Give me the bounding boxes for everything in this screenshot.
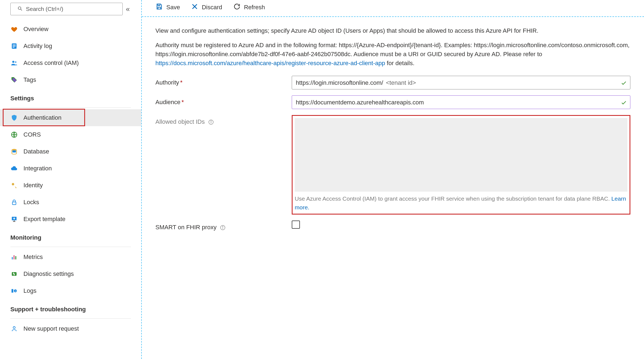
lock-icon bbox=[10, 198, 18, 206]
divider bbox=[10, 247, 131, 247]
sidebar-item-label: Database bbox=[23, 148, 49, 155]
shield-icon bbox=[10, 114, 18, 122]
valid-check-icon bbox=[621, 99, 627, 105]
sidebar-item-diagnostic[interactable]: Diagnostic settings bbox=[0, 266, 141, 282]
svg-point-0 bbox=[18, 7, 21, 9]
allowed-ids-caption: Use Azure Access Control (IAM) to grant … bbox=[295, 194, 627, 212]
save-label: Save bbox=[166, 4, 180, 11]
people-icon bbox=[10, 59, 18, 67]
sidebar-item-label: CORS bbox=[23, 131, 41, 138]
smart-fhir-row: SMART on FHIR proxy bbox=[155, 221, 630, 232]
audience-input[interactable]: https://documentdemo.azurehealthcareapis… bbox=[292, 95, 630, 109]
smart-fhir-label: SMART on FHIR proxy bbox=[155, 221, 292, 232]
sidebar-item-tags[interactable]: Tags bbox=[0, 71, 141, 88]
sidebar-item-label: Activity log bbox=[23, 43, 52, 50]
sidebar-item-label: Integration bbox=[23, 165, 52, 172]
sidebar-item-label: New support request bbox=[23, 325, 79, 332]
sidebar-item-activity-log[interactable]: Activity log bbox=[0, 38, 141, 55]
sidebar-item-label: Export template bbox=[23, 216, 65, 223]
sidebar-item-cors[interactable]: CORS bbox=[0, 126, 141, 143]
svg-point-11 bbox=[12, 183, 14, 185]
svg-rect-5 bbox=[13, 47, 15, 47]
svg-text:.il: .il bbox=[15, 290, 16, 292]
sidebar-item-logs[interactable]: .il Logs bbox=[0, 282, 141, 299]
svg-line-1 bbox=[21, 9, 22, 10]
sidebar-item-export-template[interactable]: Export template bbox=[0, 211, 141, 228]
sidebar-item-overview[interactable]: Overview bbox=[0, 21, 141, 38]
export-icon bbox=[10, 215, 18, 223]
sidebar-item-locks[interactable]: Locks bbox=[0, 194, 141, 211]
details-text: Authority must be registered to Azure AD… bbox=[155, 41, 630, 68]
refresh-button[interactable]: Refresh bbox=[233, 3, 265, 12]
svg-rect-3 bbox=[13, 45, 16, 45]
sidebar-item-metrics[interactable]: Metrics bbox=[0, 249, 141, 266]
database-icon bbox=[10, 148, 18, 155]
tag-icon bbox=[10, 76, 18, 84]
globe-arrows-icon bbox=[10, 131, 18, 138]
section-heading-settings: Settings bbox=[0, 88, 141, 104]
support-icon bbox=[10, 325, 18, 333]
sidebar-item-label: Tags bbox=[23, 76, 36, 83]
svg-point-24 bbox=[211, 121, 211, 121]
divider bbox=[10, 318, 131, 319]
sidebar-item-new-support[interactable]: New support request bbox=[0, 320, 141, 337]
allowed-ids-textarea[interactable] bbox=[295, 118, 627, 192]
main-content: Save Discard Refresh View and configure … bbox=[142, 0, 644, 359]
audience-label: Audience* bbox=[155, 95, 292, 107]
cloud-icon bbox=[10, 165, 18, 172]
authority-row: Authority* https://login.microsoftonline… bbox=[155, 76, 630, 89]
metrics-icon bbox=[10, 253, 18, 261]
authority-input[interactable]: https://login.microsoftonline.com/ <tena… bbox=[292, 76, 630, 89]
info-icon[interactable] bbox=[220, 225, 226, 231]
smart-fhir-checkbox[interactable] bbox=[292, 221, 300, 229]
svg-point-6 bbox=[12, 61, 14, 63]
diagnostic-icon bbox=[10, 270, 18, 278]
sidebar-item-access-control[interactable]: Access control (IAM) bbox=[0, 55, 141, 71]
refresh-label: Refresh bbox=[244, 4, 265, 11]
allowed-ids-row: Allowed object IDs Use Azure Access Cont… bbox=[155, 115, 630, 215]
svg-point-27 bbox=[222, 226, 223, 227]
divider bbox=[10, 107, 131, 108]
sidebar-item-label: Locks bbox=[23, 199, 39, 206]
discard-label: Discard bbox=[202, 4, 222, 11]
svg-rect-4 bbox=[13, 46, 16, 46]
svg-point-7 bbox=[15, 61, 16, 63]
sidebar-item-label: Logs bbox=[23, 287, 37, 294]
save-button[interactable]: Save bbox=[155, 3, 180, 12]
svg-rect-14 bbox=[12, 257, 13, 260]
sidebar-item-label: Diagnostic settings bbox=[23, 270, 74, 277]
logs-icon: .il bbox=[10, 287, 18, 295]
search-input[interactable]: Search (Ctrl+/) bbox=[10, 3, 123, 15]
svg-rect-18 bbox=[11, 289, 13, 293]
svg-point-21 bbox=[13, 327, 15, 329]
search-icon bbox=[17, 6, 23, 13]
sidebar-item-label: Metrics bbox=[23, 254, 43, 261]
audience-row: Audience* https://documentdemo.azureheal… bbox=[155, 95, 630, 109]
discard-button[interactable]: Discard bbox=[191, 3, 222, 12]
section-heading-monitoring: Monitoring bbox=[0, 228, 141, 243]
svg-rect-10 bbox=[13, 150, 16, 153]
docs-link[interactable]: https://docs.microsoft.com/azure/healthc… bbox=[155, 60, 385, 67]
log-icon bbox=[10, 42, 18, 50]
sidebar-item-label: Overview bbox=[23, 26, 49, 33]
sidebar: Search (Ctrl+/) « Overview Activity log bbox=[0, 0, 142, 359]
sidebar-item-authentication[interactable]: Authentication bbox=[0, 109, 141, 126]
search-placeholder: Search (Ctrl+/) bbox=[26, 6, 63, 12]
sidebar-item-label: Identity bbox=[23, 182, 43, 189]
heart-icon bbox=[10, 25, 18, 33]
valid-check-icon bbox=[621, 80, 627, 86]
sidebar-item-database[interactable]: Database bbox=[0, 143, 141, 160]
svg-rect-16 bbox=[15, 256, 16, 260]
collapse-icon[interactable]: « bbox=[125, 5, 131, 13]
allowed-ids-label: Allowed object IDs bbox=[155, 115, 292, 126]
sidebar-item-integration[interactable]: Integration bbox=[0, 160, 141, 177]
refresh-icon bbox=[233, 3, 241, 12]
section-heading-support: Support + troubleshooting bbox=[0, 299, 141, 315]
x-icon bbox=[191, 3, 198, 12]
highlight-box: Use Azure Access Control (IAM) to grant … bbox=[292, 115, 630, 215]
authority-label: Authority* bbox=[155, 76, 292, 87]
toolbar: Save Discard Refresh bbox=[142, 0, 644, 17]
info-icon[interactable] bbox=[208, 119, 214, 125]
sidebar-item-identity[interactable]: Identity bbox=[0, 177, 141, 194]
svg-rect-12 bbox=[13, 202, 16, 205]
